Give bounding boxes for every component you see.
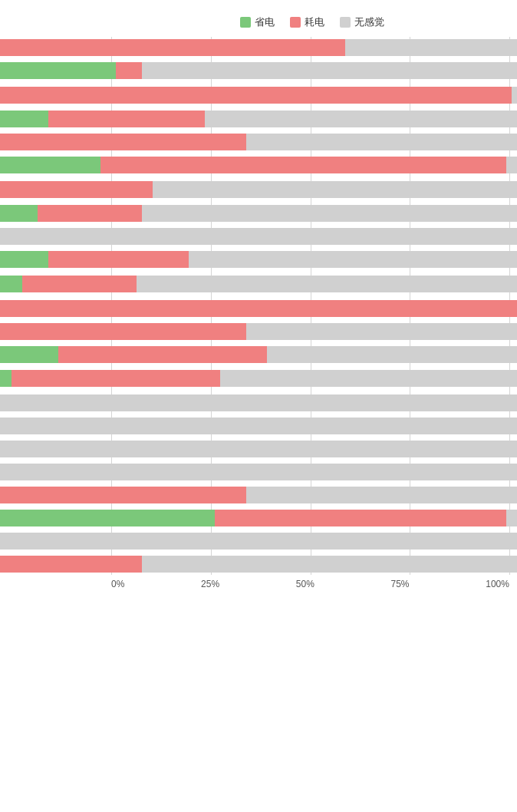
bar-segment-pink xyxy=(0,39,345,56)
bar-segment-pink xyxy=(0,181,153,198)
bar-segment-pink xyxy=(0,487,246,503)
bar-segment-gray xyxy=(0,394,517,411)
bar-segment-gray xyxy=(220,370,517,387)
bar-segment-gray xyxy=(345,39,517,56)
bar-segments xyxy=(0,464,517,480)
bar-segment-pink xyxy=(100,157,507,173)
bar-segment-pink xyxy=(0,300,517,317)
bar-segment-pink xyxy=(38,205,142,222)
bar-segment-gray xyxy=(506,510,517,526)
bar-row: iPhone 11 ProMax xyxy=(0,83,517,107)
bar-segment-pink xyxy=(58,346,267,363)
bar-segment-green xyxy=(0,251,48,268)
legend-label-save: 省电 xyxy=(255,15,275,29)
bar-row: iPhone 13 mini xyxy=(0,226,517,247)
bar-row: iPhone 12 mini xyxy=(0,131,517,153)
bar-segments xyxy=(0,323,517,340)
bar-segment-gray xyxy=(0,441,517,457)
bar-segment-pink xyxy=(0,134,246,150)
bar-segment-green xyxy=(0,510,215,526)
bar-row: iPhone 8 xyxy=(0,392,517,414)
bar-segments xyxy=(0,157,517,173)
bar-segment-green xyxy=(0,62,116,79)
bar-segment-gray xyxy=(246,487,517,503)
bar-segment-green xyxy=(0,370,12,387)
legend-dot-neutral xyxy=(340,17,351,28)
bar-row: iPhone X xyxy=(0,484,517,506)
bar-segment-gray xyxy=(246,134,517,150)
bar-segments xyxy=(0,370,517,387)
legend-item-consume: 耗电 xyxy=(290,15,324,29)
bar-segment-pink xyxy=(0,556,142,573)
bar-segment-gray xyxy=(142,62,517,79)
x-axis-label: 50% xyxy=(296,579,314,589)
bar-segments xyxy=(0,181,517,198)
bar-segment-green xyxy=(0,205,38,222)
bar-segments xyxy=(0,251,517,268)
bar-segments xyxy=(0,346,517,363)
bar-row: iPhone 13 Pro xyxy=(0,249,517,270)
grid-wrapper: iPhone 11iPhone 11 ProiPhone 11 ProMaxiP… xyxy=(0,37,517,575)
bar-segment-green xyxy=(0,157,100,173)
x-axis-label: 25% xyxy=(201,579,219,589)
bar-row: iPhone 13 ProMax xyxy=(0,272,517,295)
bar-segment-gray xyxy=(246,323,517,340)
bar-segment-pink xyxy=(48,111,205,127)
bar-segment-gray xyxy=(142,205,517,222)
bar-row: iPhone 12 xyxy=(0,108,517,130)
bar-segment-gray xyxy=(512,87,517,104)
bar-segments xyxy=(0,533,517,550)
x-axis-label: 75% xyxy=(391,579,410,589)
legend-item-save: 省电 xyxy=(240,15,275,29)
bar-row: iPhone 12 Pro xyxy=(0,154,517,176)
bar-segment-green xyxy=(0,346,58,363)
bar-segment-gray xyxy=(0,418,517,434)
bar-segment-gray xyxy=(0,533,517,550)
x-axis: 0%25%50%75%100% xyxy=(111,579,509,589)
bar-segments xyxy=(0,62,517,79)
bar-segments xyxy=(0,394,517,411)
legend-dot-consume xyxy=(290,17,301,28)
bar-row: iPhone SE 第2代 xyxy=(0,438,517,460)
bar-segments xyxy=(0,87,517,104)
bar-row: iPhone 14 Plus xyxy=(0,321,517,342)
bar-segment-green xyxy=(0,276,22,292)
bar-segments xyxy=(0,228,517,245)
bar-row: iPhone XR xyxy=(0,507,517,529)
bar-segments xyxy=(0,276,517,292)
bar-segment-green xyxy=(0,111,48,127)
bar-segments xyxy=(0,39,517,56)
bar-row: iPhone 8 Plus xyxy=(0,415,517,437)
bar-segments xyxy=(0,134,517,150)
bar-segment-gray xyxy=(267,346,517,363)
bar-row: iPhone 13 xyxy=(0,203,517,224)
bar-row: iPhone SE 第3代 xyxy=(0,461,517,483)
bar-segments xyxy=(0,111,517,127)
legend-label-neutral: 无感觉 xyxy=(354,15,384,29)
bar-segment-pink xyxy=(48,251,189,268)
bar-row: iPhone XS Max xyxy=(0,553,517,575)
bar-row: iPhone 14 xyxy=(0,298,517,319)
x-axis-label: 0% xyxy=(111,579,124,589)
chart-legend: 省电耗电无感觉 xyxy=(107,15,517,29)
bar-segments xyxy=(0,418,517,434)
chart-container: 省电耗电无感觉 iPhone 11iPhone 11 ProiPhone 11 … xyxy=(0,8,517,612)
legend-dot-save xyxy=(240,17,251,28)
bar-segments xyxy=(0,205,517,222)
bar-row: iPhone 14 Pro xyxy=(0,344,517,365)
bar-segments xyxy=(0,300,517,317)
bar-segment-gray xyxy=(205,111,517,127)
bar-segment-pink xyxy=(12,370,220,387)
bar-row: iPhone XS xyxy=(0,530,517,552)
bar-segment-pink xyxy=(215,510,506,526)
chart-body: iPhone 11iPhone 11 ProiPhone 11 ProMaxiP… xyxy=(0,37,517,575)
bar-segments xyxy=(0,487,517,503)
bar-segments xyxy=(0,556,517,573)
bar-row: iPhone 14 ProMax xyxy=(0,367,517,391)
legend-label-consume: 耗电 xyxy=(305,15,324,29)
bar-segment-gray xyxy=(506,157,517,173)
bar-segment-pink xyxy=(22,276,137,292)
bar-segments xyxy=(0,441,517,457)
bar-row: iPhone 11 xyxy=(0,37,517,58)
bar-segment-gray xyxy=(137,276,517,292)
